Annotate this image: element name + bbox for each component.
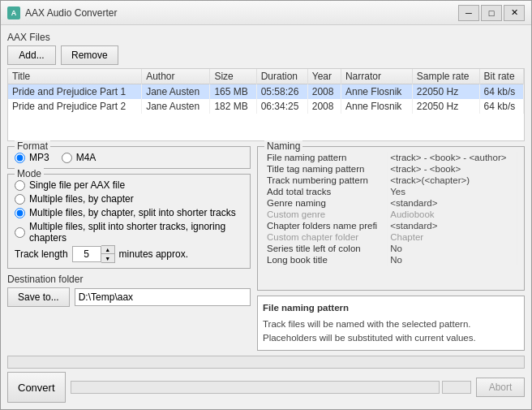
naming-row: Genre naming<standard> [264,197,517,209]
destination-label: Destination folder [7,274,251,285]
destination-path-input[interactable] [75,288,251,306]
naming-row: File naming pattern<track> - <book> - <a… [264,152,517,163]
mode-group: Mode Single file per AAX file Multiple f… [7,174,251,269]
titlebar-left: A AAX Audio Converter [7,6,117,19]
track-length-spinner[interactable]: ▲ ▼ [72,245,115,263]
destination-section: Destination folder Save to... [7,274,251,307]
naming-table: File naming pattern<track> - <book> - <a… [264,152,517,265]
col-title: Title [8,69,142,84]
spinner-buttons: ▲ ▼ [101,245,115,263]
mode-chapter-radio[interactable] [15,194,25,205]
window-title: AAX Audio Converter [25,7,117,19]
spinner-down[interactable]: ▼ [101,254,114,262]
app-icon: A [7,6,20,19]
format-mp3-text: MP3 [29,152,49,163]
col-year: Year [307,69,341,84]
col-size: Size [210,69,256,84]
mode-chapter-split-label[interactable]: Multiple files, by chapter, split into s… [15,207,243,218]
files-table: Title Author Size Duration Year Narrator… [8,69,524,114]
minimize-button[interactable]: ─ [458,5,479,21]
small-progress-pair [71,381,471,394]
spinner-up[interactable]: ▲ [101,246,114,254]
naming-row: Long book titleNo [264,254,517,265]
naming-row: Custom genreAudiobook [264,209,517,220]
left-panel: Format MP3 M4A Mode [7,146,251,351]
main-panels: Format MP3 M4A Mode [7,146,525,351]
naming-info-box: File naming pattern Track files will be … [257,296,525,351]
titlebar-buttons: ─ □ ✕ [458,5,525,21]
mode-chapter-split-radio[interactable] [15,208,25,218]
mode-single-label[interactable]: Single file per AAX file [15,179,243,191]
format-group: Format MP3 M4A [7,146,251,169]
col-author: Author [142,69,210,84]
naming-group: Naming File naming pattern<track> - <boo… [257,146,525,291]
aax-files-label: AAX Files [7,32,525,43]
track-length-input[interactable] [72,246,101,262]
naming-row: Custom chapter folderChapter [264,231,517,243]
mode-split-no-chapter-radio[interactable] [15,227,25,238]
naming-label: Naming [264,140,302,152]
table-row[interactable]: Pride and Prejudice Part 1Jane Austen165… [8,84,524,100]
format-m4a-text: M4A [76,152,97,163]
table-row[interactable]: Pride and Prejudice Part 2Jane Austen182… [8,99,524,114]
abort-button[interactable]: Abort [476,378,525,397]
mode-options: Single file per AAX file Multiple files,… [15,179,243,244]
titlebar: A AAX Audio Converter ─ □ ✕ [1,1,531,25]
file-buttons-row: Add... Remove [7,45,525,65]
destination-row: Save to... [7,287,251,307]
close-button[interactable]: ✕ [504,5,525,21]
format-label: Format [15,140,50,152]
main-progress-bar [7,356,525,369]
mode-chapter-label[interactable]: Multiple files, by chapter [15,193,243,205]
col-bit-rate: Bit rate [479,69,523,84]
main-window: A AAX Audio Converter ─ □ ✕ AAX Files Ad… [0,0,532,410]
mode-chapter-text: Multiple files, by chapter [29,193,134,205]
bottom-section: Convert Abort [7,356,525,403]
mode-single-radio[interactable] [15,180,25,191]
naming-row: Title tag naming pattern<track> - <book> [264,163,517,175]
naming-row: Chapter folders name prefi<standard> [264,220,517,231]
mode-chapter-split-text: Multiple files, by chapter, split into s… [29,207,236,218]
aax-files-section: AAX Files Add... Remove Title Author Siz… [7,32,525,141]
col-narrator: Narrator [341,69,412,84]
format-m4a-radio[interactable] [62,153,72,163]
mode-single-text: Single file per AAX file [29,179,125,191]
mode-label: Mode [15,168,44,179]
naming-row: Add total tracksYes [264,186,517,197]
format-mp3-label[interactable]: MP3 [15,152,49,163]
remove-button[interactable]: Remove [61,45,118,65]
small-progress-2 [442,381,471,394]
format-mp3-radio[interactable] [15,153,25,163]
content-area: AAX Files Add... Remove Title Author Siz… [1,25,531,409]
files-tbody: Pride and Prejudice Part 1Jane Austen165… [8,84,524,114]
mode-split-no-chapter-text: Multiple files, split into shorter track… [29,221,243,244]
maximize-button[interactable]: □ [481,5,502,21]
files-table-container: Title Author Size Duration Year Narrator… [7,68,525,141]
naming-row: Series title left of colonNo [264,243,517,254]
naming-info-description: Track files will be named with the selec… [263,317,519,346]
bottom-row: Convert Abort [7,372,525,403]
right-panel: Naming File naming pattern<track> - <boo… [257,146,525,351]
col-sample-rate: Sample rate [412,69,479,84]
naming-info-title: File naming pattern [263,301,519,315]
convert-button[interactable]: Convert [7,372,66,403]
format-m4a-label[interactable]: M4A [62,152,97,163]
naming-row: Track numbering pattern<track>(<chapter>… [264,175,517,186]
mode-split-no-chapter-label[interactable]: Multiple files, split into shorter track… [15,221,243,244]
col-duration: Duration [256,69,307,84]
track-length-label: Track length [15,248,68,260]
small-progress-1 [71,381,440,394]
add-button[interactable]: Add... [7,45,56,65]
track-length-suffix: minutes approx. [119,248,188,260]
save-to-button[interactable]: Save to... [7,287,70,307]
track-length-row: Track length ▲ ▼ minutes approx. [15,245,243,263]
format-row: MP3 M4A [15,152,243,163]
